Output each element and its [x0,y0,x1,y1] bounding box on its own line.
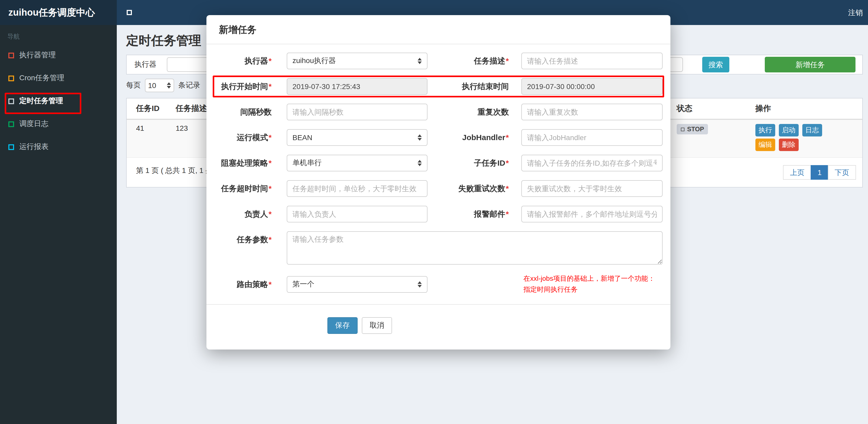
start-time-label: 执行开始时间* [219,78,272,95]
square-icon [8,121,14,127]
params-label: 任务参数* [219,231,272,248]
route-strategy-select[interactable]: 第一个 [287,276,428,293]
square-icon [8,52,14,58]
end-time-label: 执行结束时间 [428,78,509,95]
start-button[interactable]: 启动 [779,124,799,136]
form-row-timeout: 任务超时时间* 失败重试次数* [219,180,662,197]
sidebar-toggle-button[interactable] [117,0,142,25]
sidebar: 导航 执行器管理 Cron任务管理 定时任务管理 调度日志 运行报表 [0,25,117,424]
select-caret-icon [417,160,422,166]
modal-footer: 保存 取消 [207,304,671,349]
square-icon [8,98,14,104]
alarm-email-input[interactable] [521,206,662,222]
task-desc-input[interactable] [521,53,662,69]
delete-button[interactable]: 删除 [779,138,799,151]
owner-input[interactable] [287,206,428,222]
sidebar-item-timed-task-manage[interactable]: 定时任务管理 [0,90,117,112]
route-strategy-label: 路由策略* [219,276,272,293]
form-row-route: 路由策略* 第一个 在xxl-jobs项目的基础上，新增了一个功能： 指定时间执… [219,273,662,295]
child-task-label: 子任务ID* [428,155,509,171]
start-time-input[interactable] [287,78,428,95]
execute-button[interactable]: 执行 [755,124,775,136]
sidebar-menu: 执行器管理 Cron任务管理 定时任务管理 调度日志 运行报表 [0,44,117,158]
sidebar-item-run-report[interactable]: 运行报表 [0,135,117,158]
next-page-button[interactable]: 下页 [828,165,856,180]
cell-operations: 执行 启动 日志 编辑 删除 [751,120,862,157]
form-row-block-strategy: 阻塞处理策略* 单机串行 子任务ID* [219,155,662,171]
form-row-exec-time: 执行开始时间* 执行结束时间 [219,78,662,95]
prev-page-button[interactable]: 上页 [783,165,811,180]
col-status: 状态 [673,98,751,119]
params-textarea[interactable] [287,231,662,265]
add-task-button[interactable]: 新增任务 [765,57,856,72]
save-button[interactable]: 保存 [328,317,358,334]
form-row-params: 任务参数* [219,231,662,265]
interval-label: 间隔秒数 [219,104,272,120]
timeout-label: 任务超时时间* [219,180,272,197]
child-task-input[interactable] [521,155,662,171]
page-1-button[interactable]: 1 [811,165,828,180]
repeat-count-input[interactable] [521,104,662,120]
sidebar-toggle-icon [127,10,132,15]
select-caret-icon [417,58,422,64]
select-caret-icon [167,82,171,89]
per-page-prefix: 每页 [126,81,141,90]
form-row-executor: 执行器* zuihou执行器 任务描述* [219,53,662,69]
per-page-row: 每页 10 条记录 [126,78,200,93]
search-button[interactable]: 搜索 [702,57,729,72]
fail-retry-input[interactable] [521,180,662,197]
form-row-run-mode: 运行模式* BEAN JobHandler* [219,129,662,146]
fail-retry-label: 失败重试次数* [428,180,509,197]
sidebar-item-cron-task-manage[interactable]: Cron任务管理 [0,67,117,90]
run-mode-select[interactable]: BEAN [287,129,428,146]
timeout-input[interactable] [287,180,428,197]
select-caret-icon [417,134,422,141]
form-row-owner: 负责人* 报警邮件* [219,206,662,222]
add-task-modal: 新增任务 执行器* zuihou执行器 任务描述* 执行开始时间* 执行结束时间 [207,15,671,349]
repeat-count-label: 重复次数 [428,104,509,120]
brand-title: zuihou任务调度中心 [0,0,117,25]
col-operations: 操作 [751,98,862,119]
block-strategy-select[interactable]: 单机串行 [287,155,428,171]
log-button[interactable]: 日志 [802,124,822,136]
owner-label: 负责人* [219,206,272,222]
jobhandler-label: JobHandler* [428,129,509,146]
modal-body: 执行器* zuihou执行器 任务描述* 执行开始时间* 执行结束时间 间隔秒数 [207,44,671,295]
sidebar-nav-header: 导航 [0,25,117,44]
end-time-input[interactable] [521,78,662,95]
col-task-id: 任务ID [127,98,172,119]
sidebar-item-dispatch-log[interactable]: 调度日志 [0,112,117,135]
interval-input[interactable] [287,104,428,120]
status-badge: STOP [677,124,708,134]
logout-link[interactable]: 注销 [848,0,863,25]
pagination: 上页 1 下页 [783,165,856,180]
select-caret-icon [417,281,422,288]
alarm-email-label: 报警邮件* [428,206,509,222]
block-strategy-label: 阻塞处理策略* [219,155,272,171]
executor-label: 执行器* [219,53,272,69]
cancel-button[interactable]: 取消 [362,317,392,334]
executor-filter-label: 执行器 [134,60,156,69]
executor-select[interactable]: zuihou执行器 [287,53,428,69]
task-desc-label: 任务描述* [428,53,509,69]
run-mode-label: 运行模式* [219,129,272,146]
cell-task-id: 41 [127,120,172,136]
modal-title: 新增任务 [207,15,671,44]
feature-note: 在xxl-jobs项目的基础上，新增了一个功能： 指定时间执行任务 [523,273,655,295]
per-page-suffix: 条记录 [178,81,200,90]
square-icon [8,144,14,150]
app-root: zuihou任务调度中心 注销 导航 执行器管理 Cron任务管理 定时任务管理… [0,0,868,424]
sidebar-item-executor-manage[interactable]: 执行器管理 [0,44,117,67]
form-row-interval: 间隔秒数 重复次数 [219,104,662,120]
square-icon [8,75,14,81]
cell-status: STOP [673,120,751,138]
page-title: 定时任务管理 [126,32,201,49]
edit-button[interactable]: 编辑 [755,138,775,151]
jobhandler-input[interactable] [521,129,662,146]
per-page-select[interactable]: 10 [145,79,174,92]
stop-square-icon [681,127,684,131]
